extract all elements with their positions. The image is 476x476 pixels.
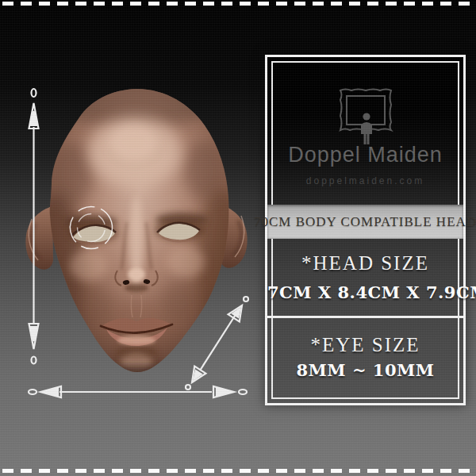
- picture-frame-person-icon: [336, 83, 396, 145]
- stamp-edge-bottom: [2, 469, 474, 473]
- brand-website: doppelmaiden.com: [267, 175, 463, 186]
- brand-name: Doppel Maiden: [267, 143, 463, 167]
- product-card: Doppel Maiden doppelmaiden.com 70CM BODY…: [0, 0, 476, 476]
- compatibility-banner: 70CM BODY COMPATIBLE HEAD: [267, 205, 463, 239]
- eye-size-title: *EYE SIZE: [267, 334, 463, 356]
- doll-head-render: [14, 78, 254, 403]
- stamp-edge-top: [2, 2, 474, 6]
- compatibility-banner-label: 70CM BODY COMPATIBLE HEAD: [254, 214, 476, 230]
- head-size-title: *HEAD SIZE: [267, 252, 463, 274]
- width-dimension-arrow: [29, 386, 247, 397]
- head-size-value: 7CM X 8.4CM X 7.9CM: [267, 282, 463, 302]
- section-divider: [267, 316, 463, 318]
- eye-size-value: 8MM ~ 10MM: [267, 360, 463, 380]
- sculpted-head: [25, 78, 247, 387]
- info-panel: Doppel Maiden doppelmaiden.com 70CM BODY…: [265, 55, 466, 405]
- viewer-person-icon: [361, 113, 372, 144]
